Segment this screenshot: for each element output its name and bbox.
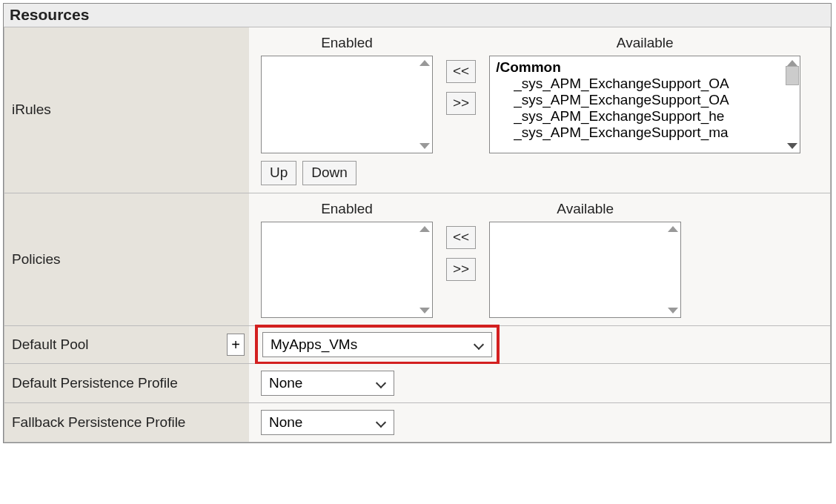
- chevron-down-icon: [376, 378, 386, 388]
- add-pool-button[interactable]: +: [227, 334, 245, 356]
- panel-title: Resources: [4, 4, 831, 27]
- label-policies: Policies: [4, 193, 249, 325]
- policies-enabled-listbox[interactable]: [261, 222, 433, 318]
- default-persist-select[interactable]: None: [261, 371, 394, 396]
- irules-available-header: Available: [617, 35, 674, 56]
- row-default-pool: Default Pool + MyApps_VMs: [4, 326, 830, 364]
- label-default-persist: Default Persistence Profile: [4, 364, 249, 402]
- chevron-down-icon: [376, 417, 386, 428]
- value-irules: Enabled << >>: [249, 27, 830, 193]
- irules-up-button[interactable]: Up: [261, 161, 296, 185]
- irules-available-content: /Common _sys_APM_ExchangeSupport_OA _sys…: [490, 56, 800, 142]
- value-default-pool: MyApps_VMs: [249, 326, 830, 363]
- default-pool-select[interactable]: MyApps_VMs: [262, 332, 492, 357]
- value-default-persist: None: [249, 364, 830, 402]
- list-item[interactable]: _sys_APM_ExchangeSupport_he: [496, 108, 782, 125]
- policies-enabled-header: Enabled: [321, 201, 373, 222]
- value-fallback-persist: None: [249, 403, 830, 442]
- scroll-up-icon: [419, 226, 430, 232]
- irules-transfer-row: Enabled << >>: [261, 35, 818, 153]
- row-irules: iRules Enabled: [4, 27, 830, 193]
- policies-available-col: Available: [489, 201, 681, 318]
- scroll-up-icon: [668, 226, 678, 232]
- policies-transfer-row: Enabled << >>: [261, 201, 681, 318]
- irules-available-listbox[interactable]: /Common _sys_APM_ExchangeSupport_OA _sys…: [489, 56, 800, 153]
- scrollbar[interactable]: [665, 223, 680, 316]
- row-default-persist: Default Persistence Profile None: [4, 364, 830, 403]
- scroll-up-icon: [419, 60, 430, 66]
- value-policies: Enabled << >>: [249, 193, 830, 325]
- scrollbar[interactable]: [417, 57, 432, 152]
- default-persist-value: None: [269, 375, 302, 391]
- scrollbar[interactable]: [417, 223, 432, 316]
- chevron-down-icon: [474, 339, 484, 350]
- list-item[interactable]: _sys_APM_ExchangeSupport_OA: [496, 76, 782, 92]
- default-pool-highlight: MyApps_VMs: [261, 331, 494, 359]
- irules-move-right-button[interactable]: >>: [446, 92, 476, 115]
- irules-transfer: Enabled << >>: [261, 35, 818, 185]
- row-policies: Policies Enabled <: [4, 193, 830, 326]
- irules-available-folder[interactable]: /Common: [496, 59, 782, 76]
- irules-enabled-header: Enabled: [321, 35, 373, 56]
- fallback-persist-select[interactable]: None: [261, 410, 394, 435]
- scroll-down-icon: [787, 143, 797, 149]
- scrollbar[interactable]: [784, 57, 800, 152]
- policies-enabled-col: Enabled: [261, 201, 433, 318]
- policies-available-listbox[interactable]: [489, 222, 681, 318]
- panel-body: iRules Enabled: [4, 27, 831, 442]
- policies-move-right-button[interactable]: >>: [446, 258, 476, 281]
- default-pool-value: MyApps_VMs: [271, 336, 357, 353]
- irules-transfer-buttons: << >>: [446, 60, 476, 115]
- irules-down-button[interactable]: Down: [302, 161, 356, 185]
- policies-available-header: Available: [557, 201, 614, 222]
- label-default-pool: Default Pool +: [4, 326, 249, 363]
- label-irules: iRules: [4, 27, 249, 193]
- policies-move-left-button[interactable]: <<: [446, 226, 476, 249]
- scroll-thumb[interactable]: [786, 66, 799, 85]
- irules-enabled-listbox[interactable]: [261, 56, 433, 153]
- fallback-persist-value: None: [269, 414, 302, 431]
- policies-transfer-buttons: << >>: [446, 226, 476, 281]
- list-item[interactable]: _sys_APM_ExchangeSupport_OA: [496, 92, 782, 108]
- label-default-pool-text: Default Pool: [12, 336, 89, 353]
- scroll-down-icon: [419, 308, 430, 314]
- irules-available-col: Available /Common _sys_APM_ExchangeSuppo…: [489, 35, 800, 153]
- resources-panel: Resources iRules Enabled: [3, 3, 832, 443]
- list-item[interactable]: _sys_APM_ExchangeSupport_ma: [496, 125, 782, 141]
- label-fallback-persist: Fallback Persistence Profile: [4, 403, 249, 442]
- scroll-down-icon: [419, 143, 430, 149]
- irules-enabled-col: Enabled: [261, 35, 433, 153]
- scroll-down-icon: [668, 308, 678, 314]
- row-fallback-persist: Fallback Persistence Profile None: [4, 403, 830, 442]
- irules-updown: Up Down: [261, 161, 818, 185]
- scroll-up-icon: [787, 60, 797, 66]
- irules-move-left-button[interactable]: <<: [446, 60, 476, 83]
